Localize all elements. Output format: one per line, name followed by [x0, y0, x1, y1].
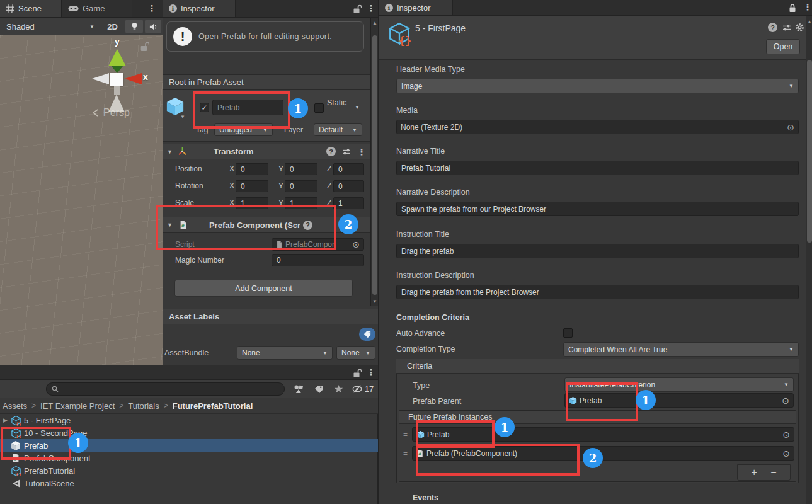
breadcrumb-assets[interactable]: Assets: [3, 401, 27, 411]
object-picker-icon[interactable]: ⊙: [352, 240, 360, 249]
rotation-y-field[interactable]: [285, 180, 317, 192]
narrative-description-field[interactable]: [396, 202, 799, 216]
list-item-prefab-tutorial[interactable]: {} PrefabTutorial: [0, 464, 378, 477]
favorites-button[interactable]: [329, 381, 348, 397]
add-item-button[interactable]: +: [751, 467, 757, 478]
header-media-type-dropdown[interactable]: Image ▼: [396, 79, 799, 93]
assetbundle-dropdown[interactable]: None ▼: [237, 346, 333, 360]
instruction-description-field[interactable]: [396, 285, 799, 299]
shading-mode-dropdown[interactable]: Shaded ▼: [3, 20, 98, 33]
list-item-second-page[interactable]: {} 10 - SecondPage: [0, 427, 378, 439]
static-dropdown-arrow[interactable]: ▼: [355, 105, 360, 110]
label-tag-button[interactable]: [359, 328, 375, 341]
move-gizmo[interactable]: y x: [88, 35, 157, 142]
script-object-field[interactable]: PrefabCompor ⊙: [272, 238, 364, 251]
locked-icon[interactable]: [788, 3, 797, 13]
tab-scene[interactable]: Scene: [0, 0, 62, 17]
object-picker-icon[interactable]: ⊙: [782, 396, 789, 405]
drag-handle[interactable]: =: [403, 430, 408, 439]
foldout-open-icon[interactable]: ▼: [167, 222, 173, 228]
scroll-up-icon[interactable]: ▲: [806, 19, 812, 25]
eye-slash-icon: [352, 385, 363, 393]
help-icon[interactable]: ?: [303, 220, 312, 230]
breadcrumb-tutorials[interactable]: Tutorials: [128, 401, 159, 411]
unlocked-icon[interactable]: [353, 369, 362, 378]
tag-dropdown[interactable]: Untagged ▼: [214, 123, 273, 136]
drag-handle[interactable]: =: [403, 449, 408, 458]
presets-icon[interactable]: [342, 147, 351, 156]
presets-icon[interactable]: [782, 23, 791, 32]
icon-chevron-down[interactable]: ▼: [180, 114, 185, 120]
add-component-button[interactable]: Add Component: [174, 280, 353, 297]
criterion-type-dropdown[interactable]: InstantiatePrefabCriterion ▼: [564, 377, 794, 392]
tab-inspector-prefab[interactable]: i Inspector: [163, 0, 236, 17]
foldout-closed-icon[interactable]: ▶: [3, 417, 8, 423]
active-checkbox[interactable]: ✓: [200, 103, 209, 112]
foldout-open-icon[interactable]: ▼: [167, 149, 173, 155]
list-item-prefab-component[interactable]: # PrefabComponent: [0, 452, 378, 464]
object-picker-icon[interactable]: ⊙: [787, 123, 794, 132]
position-x-field[interactable]: [236, 163, 268, 175]
hidden-count-button[interactable]: 17: [348, 381, 377, 397]
breadcrumb-iet-example-project[interactable]: IET Example Project: [40, 401, 115, 411]
open-button[interactable]: Open: [766, 39, 800, 54]
tab-game[interactable]: Game: [62, 0, 132, 17]
instruction-title-field[interactable]: [396, 244, 799, 258]
scene-menu-kebab[interactable]: ⋮: [147, 4, 156, 13]
rotation-x-field[interactable]: [236, 180, 268, 192]
list-item-prefab[interactable]: Prefab: [0, 439, 378, 452]
rotation-z-field[interactable]: [333, 180, 364, 192]
auto-advance-checkbox[interactable]: [563, 328, 573, 338]
search-field[interactable]: [46, 382, 285, 396]
list-item-first-page[interactable]: ▶ {} 5 - FirstPage: [0, 414, 378, 427]
breadcrumb-futureprefabtutorial[interactable]: FuturePrefabTutorial: [173, 401, 253, 411]
object-picker-icon[interactable]: ⊙: [782, 449, 790, 458]
completion-type-dropdown[interactable]: Completed When All Are True ▼: [563, 342, 799, 357]
scrollbar-thumb[interactable]: [807, 60, 812, 243]
scroll-up-icon[interactable]: ▲: [372, 20, 378, 26]
object-picker-icon[interactable]: ⊙: [782, 430, 790, 439]
help-icon[interactable]: ?: [768, 23, 777, 32]
lightbulb-icon: [131, 22, 138, 31]
position-y-field[interactable]: [285, 163, 317, 175]
project-menu-kebab[interactable]: ⋮: [367, 368, 375, 377]
instance-object-field-2[interactable]: # Prefab (PrefabComponent) ⊙: [412, 446, 794, 461]
scrollbar-thumb[interactable]: [372, 35, 377, 295]
layer-dropdown[interactable]: Default ▼: [314, 123, 362, 136]
scene-audio-button[interactable]: [145, 20, 161, 33]
scale-x-field[interactable]: [236, 197, 268, 209]
search-by-type-button[interactable]: [289, 381, 307, 397]
unlocked-icon[interactable]: [353, 4, 362, 14]
search-by-label-button[interactable]: [309, 381, 328, 397]
inspector-menu-kebab[interactable]: ⋮: [367, 4, 375, 13]
search-input[interactable]: [62, 384, 266, 394]
media-object-field[interactable]: None (Texture 2D) ⊙: [396, 120, 799, 134]
scene-lighting-button[interactable]: [125, 20, 143, 33]
inspector-scrollbar[interactable]: ▲ ▼: [370, 18, 378, 306]
projection-indicator[interactable]: Persp: [92, 107, 130, 118]
tab-inspector-page[interactable]: i Inspector: [379, 0, 453, 15]
transform-header[interactable]: ▼ Transform ? ⋮: [163, 144, 372, 159]
list-item-tutorial-scene[interactable]: TutorialScene: [0, 477, 378, 490]
scroll-down-icon[interactable]: ▼: [372, 299, 378, 304]
scene-viewport[interactable]: y x Persp: [0, 35, 163, 365]
prefab-parent-object-field[interactable]: Prefab ⊙: [564, 393, 794, 408]
help-icon[interactable]: ?: [326, 147, 336, 156]
toggle-2d-button[interactable]: 2D: [101, 20, 123, 33]
remove-item-button[interactable]: −: [770, 467, 776, 478]
gear-icon[interactable]: [795, 23, 804, 32]
magic-number-field[interactable]: [272, 254, 364, 266]
narrative-title-field[interactable]: [396, 161, 799, 175]
svg-text:{}: {}: [16, 421, 21, 425]
position-z-field[interactable]: [333, 163, 364, 175]
drag-handle[interactable]: =: [400, 381, 404, 389]
scale-z-field[interactable]: [333, 197, 364, 209]
static-checkbox[interactable]: [314, 103, 324, 113]
inspector-scrollbar[interactable]: ▲: [806, 16, 812, 504]
gameobject-name-field[interactable]: [212, 100, 283, 115]
instance-object-field-1[interactable]: Prefab ⊙: [412, 427, 794, 442]
inspector-menu-kebab[interactable]: ⋮: [803, 3, 812, 11]
scale-y-field[interactable]: [285, 197, 317, 209]
transform-menu-kebab[interactable]: ⋮: [357, 147, 366, 156]
assetbundle-variant-dropdown[interactable]: None ▼: [336, 346, 375, 360]
